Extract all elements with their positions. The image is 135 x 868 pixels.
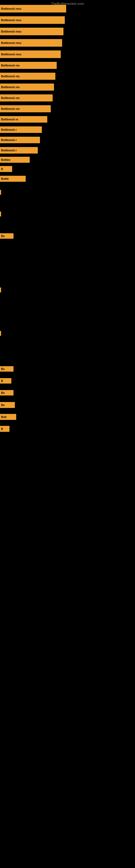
bar-item: Bo bbox=[0, 390, 13, 396]
bar-item: B bbox=[0, 166, 12, 172]
bar-item: Bo bbox=[0, 233, 13, 239]
bar-item: Bottle bbox=[0, 176, 26, 182]
bar-item: Bottleneck resu bbox=[0, 5, 66, 12]
bar-item bbox=[0, 190, 1, 195]
bar-item: Bottleneck resu bbox=[0, 39, 62, 46]
bar-label: Bottleneck resu bbox=[1, 19, 21, 22]
bar-label: Bo bbox=[1, 404, 5, 407]
bar-item bbox=[0, 212, 1, 216]
bar-label: Bo bbox=[1, 392, 5, 394]
bar-label: Bottleneck r bbox=[1, 149, 17, 152]
bar-item: B bbox=[0, 378, 11, 383]
bar-item: Bottleneck r bbox=[0, 147, 38, 154]
bar-item: Bottleneck res bbox=[0, 62, 57, 69]
bar-label: Bottlen bbox=[1, 158, 10, 161]
bar-item: Bottleneck r bbox=[0, 137, 40, 143]
bar-item: Bottleneck resu bbox=[0, 28, 63, 35]
bar-label: Bottle bbox=[1, 177, 9, 180]
bar-item bbox=[0, 287, 1, 292]
bar-label: Bottleneck res bbox=[1, 75, 20, 78]
bar-label: Bottleneck res bbox=[1, 86, 20, 89]
bar-item: Bottleneck res bbox=[0, 84, 54, 91]
bar-label: Bott bbox=[1, 415, 6, 418]
bar-item bbox=[0, 331, 1, 336]
bar-item: Bottleneck res bbox=[0, 94, 53, 101]
bar-item: Bo bbox=[0, 402, 15, 408]
bar-label: B bbox=[1, 379, 3, 382]
bar-label: B bbox=[1, 167, 3, 170]
bar-label: Bottleneck r bbox=[1, 128, 17, 131]
bar-item: Bott bbox=[0, 414, 16, 420]
bar-label: Bottleneck resu bbox=[1, 7, 21, 10]
bar-item: Bottleneck resu bbox=[0, 51, 61, 58]
bar-item: B bbox=[0, 426, 9, 432]
bar-item: Bottleneck resu bbox=[0, 16, 65, 24]
bar-label: B bbox=[1, 428, 3, 431]
bar-item: Bottleneck re bbox=[0, 116, 47, 123]
bar-item: Bottleneck r bbox=[0, 126, 42, 133]
bar-label: Bottleneck res bbox=[1, 107, 20, 111]
bar-label: Bottleneck resu bbox=[1, 30, 21, 33]
bar-label: Bottleneck re bbox=[1, 118, 18, 121]
bar-item: Bottlen bbox=[0, 157, 30, 163]
bar-label: Bottleneck res bbox=[1, 97, 20, 99]
bar-label: Bottleneck resu bbox=[1, 53, 21, 56]
bar-label: Bottleneck r bbox=[1, 138, 17, 142]
bar-label: Bottleneck res bbox=[1, 64, 20, 67]
bar-label: Bo bbox=[1, 235, 5, 238]
bar-item: Bottleneck res bbox=[0, 73, 55, 80]
bar-item: Bo bbox=[0, 366, 13, 372]
bar-label: Bo bbox=[1, 368, 5, 371]
bar-label: Bottleneck resu bbox=[1, 41, 21, 44]
bar-item: Bottleneck res bbox=[0, 105, 51, 112]
